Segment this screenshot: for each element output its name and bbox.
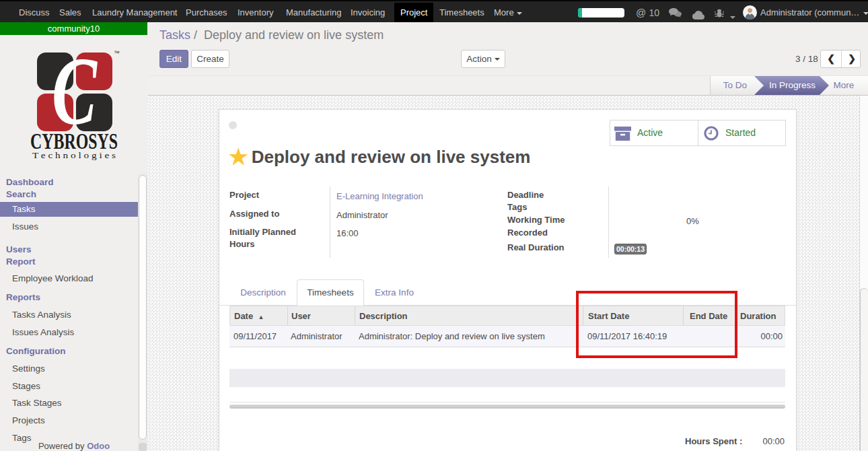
svg-text:T e c h n o l o g i e s: T e c h n o l o g i e s — [32, 150, 116, 160]
svg-text:™: ™ — [114, 50, 120, 57]
